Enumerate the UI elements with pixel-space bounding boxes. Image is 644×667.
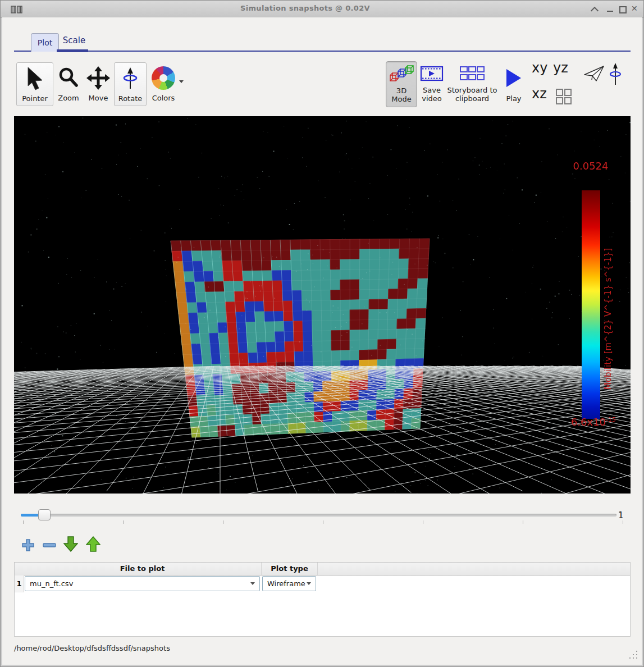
- minus-icon: [43, 539, 56, 551]
- add-row-button[interactable]: [21, 537, 35, 553]
- colors-tool-button[interactable]: Colors: [148, 62, 179, 105]
- cubes-3d-icon: [386, 62, 417, 86]
- chevron-down-icon: [307, 582, 311, 585]
- statusbar-path: /home/rod/Desktop/dfsdsffdssdf/snapshots: [14, 644, 170, 652]
- close-button[interactable]: ✕: [631, 4, 641, 13]
- play-button[interactable]: Play: [499, 61, 528, 106]
- row-index: 1: [15, 575, 24, 592]
- plot-type-value: Wireframe: [267, 579, 305, 588]
- resize-grip[interactable]: [628, 650, 640, 661]
- slider-tick: [23, 520, 24, 524]
- file-select-value: mu_n_ft.csv: [30, 579, 73, 588]
- colorbar-axis-label: Mobility [m^{2} V^{-1} s^{-1}]: [603, 229, 613, 409]
- slider-tick: [323, 520, 323, 524]
- arrow-up-icon: [86, 536, 101, 552]
- slider-tick: [523, 520, 523, 524]
- save-video-label: Save video: [419, 86, 444, 103]
- move-row-up-button[interactable]: [86, 536, 101, 552]
- 3d-mode-button[interactable]: 3D Mode: [386, 61, 417, 107]
- application-window: Simulation snapshots @ 0.02V ✕ Plot Scal…: [0, 0, 644, 667]
- tab-scale-underline: [57, 49, 88, 52]
- view-xy-button[interactable]: xy: [532, 60, 547, 76]
- plot3d-viewport[interactable]: 0.0524 6.6x10-15 Mobility [m^{2} V^{-1} …: [14, 116, 631, 494]
- minimize-button[interactable]: [605, 4, 615, 13]
- view-yz-button[interactable]: yz: [553, 60, 568, 76]
- tab-plot[interactable]: Plot: [31, 33, 59, 52]
- pointer-tool-button[interactable]: Pointer: [16, 62, 53, 106]
- slider-tick: [223, 520, 223, 524]
- snapshot-slider-max-label: 1: [618, 510, 624, 520]
- rotate-tool-button[interactable]: Rotate: [114, 62, 147, 106]
- maximize-icon: [619, 6, 627, 13]
- tabbar-underline: [14, 51, 631, 52]
- tab-scale[interactable]: Scale: [59, 32, 89, 51]
- plus-icon: [22, 539, 34, 551]
- multi-view-grid-icon[interactable]: [555, 88, 572, 107]
- chevron-down-icon: [250, 582, 255, 585]
- send-plane-icon[interactable]: [583, 65, 606, 86]
- 3d-mode-label: 3D Mode: [390, 86, 413, 103]
- magnifier-icon: [54, 62, 83, 94]
- pointer-icon: [17, 63, 53, 94]
- pointer-label: Pointer: [22, 94, 48, 103]
- play-triangle-icon: [499, 61, 528, 94]
- chevron-up-icon: [591, 7, 599, 15]
- files-table: File to plot Plot type 1 mu_n_ft.csv Wir…: [14, 562, 631, 637]
- colors-label: Colors: [152, 94, 175, 102]
- color-wheel-icon: [148, 62, 179, 94]
- rotate-label: Rotate: [118, 94, 143, 103]
- close-icon: ✕: [631, 4, 638, 13]
- window-title: Simulation snapshots @ 0.02V: [45, 4, 565, 12]
- view-xz-button[interactable]: xz: [532, 86, 547, 102]
- storyboard-grid-icon: [446, 61, 498, 86]
- storyboard-button[interactable]: Storyboard to clipboard: [446, 61, 498, 106]
- storyboard-label: Storyboard to clipboard: [446, 86, 498, 103]
- move-cross-icon: [84, 62, 113, 94]
- zoom-tool-button[interactable]: Zoom: [54, 62, 83, 105]
- plot-type-select[interactable]: Wireframe: [262, 576, 316, 591]
- file-select[interactable]: mu_n_ft.csv: [25, 576, 260, 591]
- filmstrip-icon: [417, 61, 446, 86]
- table-header-row: File to plot Plot type: [15, 563, 630, 576]
- save-video-button[interactable]: Save video: [417, 61, 446, 106]
- title-bar[interactable]: Simulation snapshots @ 0.02V ✕: [1, 1, 643, 18]
- header-file-to-plot: File to plot: [24, 563, 262, 575]
- slider-tick: [123, 520, 124, 524]
- snapshot-slider-handle[interactable]: [38, 509, 51, 520]
- plot3d-canvas[interactable]: [14, 116, 631, 494]
- move-row-down-button[interactable]: [63, 536, 78, 552]
- slider-tick: [423, 520, 423, 524]
- rotate-axis-icon: [115, 63, 146, 94]
- zoom-label: Zoom: [58, 94, 79, 102]
- header-plot-type: Plot type: [262, 563, 318, 575]
- shade-button[interactable]: [590, 4, 600, 13]
- slider-tick: [623, 520, 623, 524]
- move-label: Move: [89, 94, 108, 102]
- minimize-icon: [607, 11, 613, 12]
- play-label: Play: [506, 94, 521, 103]
- colorbar: [582, 190, 600, 419]
- remove-row-button[interactable]: [42, 537, 57, 553]
- arrow-down-icon: [63, 536, 78, 552]
- snapshot-slider-track[interactable]: [21, 514, 616, 517]
- move-tool-button[interactable]: Move: [84, 62, 113, 105]
- colors-dropdown-arrow-icon[interactable]: [179, 80, 184, 83]
- colorbar-max-label: 0.0524: [549, 160, 633, 172]
- colorbar-min-label: 6.6x10-15: [549, 416, 638, 428]
- rotate-axis-icon[interactable]: [608, 61, 623, 89]
- maximize-button[interactable]: [618, 4, 628, 13]
- app-icon: [11, 5, 23, 16]
